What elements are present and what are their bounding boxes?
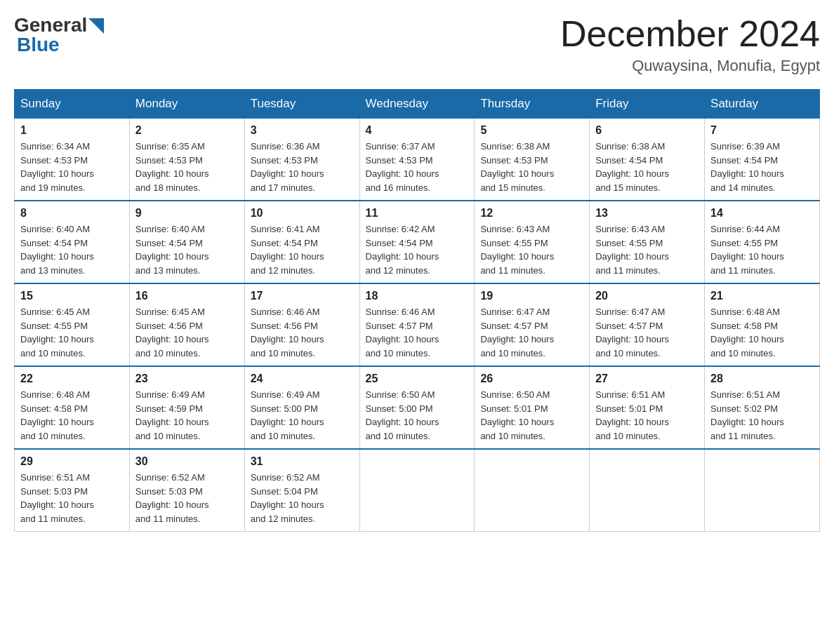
day-number: 18 bbox=[366, 290, 469, 302]
day-number: 10 bbox=[251, 207, 354, 220]
day-number: 24 bbox=[251, 373, 354, 385]
weekday-header-wednesday: Wednesday bbox=[359, 90, 475, 119]
day-number: 22 bbox=[20, 373, 124, 385]
day-info: Sunrise: 6:34 AMSunset: 4:53 PMDaylight:… bbox=[20, 140, 124, 194]
calendar-cell: 19Sunrise: 6:47 AMSunset: 4:57 PMDayligh… bbox=[475, 283, 590, 366]
day-info: Sunrise: 6:37 AMSunset: 4:53 PMDaylight:… bbox=[366, 140, 469, 194]
day-number: 11 bbox=[366, 207, 469, 220]
day-info: Sunrise: 6:49 AMSunset: 5:00 PMDaylight:… bbox=[251, 388, 354, 443]
day-info: Sunrise: 6:45 AMSunset: 4:56 PMDaylight:… bbox=[135, 305, 239, 360]
day-info: Sunrise: 6:52 AMSunset: 5:03 PMDaylight:… bbox=[135, 471, 239, 525]
day-info: Sunrise: 6:44 AMSunset: 4:55 PMDaylight:… bbox=[710, 222, 814, 277]
calendar-cell: 18Sunrise: 6:46 AMSunset: 4:57 PMDayligh… bbox=[359, 283, 475, 366]
day-number: 23 bbox=[135, 373, 239, 385]
calendar-cell: 15Sunrise: 6:45 AMSunset: 4:55 PMDayligh… bbox=[15, 283, 130, 366]
day-number: 25 bbox=[366, 373, 469, 385]
calendar-week-row: 22Sunrise: 6:48 AMSunset: 4:58 PMDayligh… bbox=[15, 366, 820, 449]
calendar-cell: 23Sunrise: 6:49 AMSunset: 4:59 PMDayligh… bbox=[129, 366, 244, 449]
calendar-cell: 4Sunrise: 6:37 AMSunset: 4:53 PMDaylight… bbox=[359, 119, 475, 201]
calendar-header: SundayMondayTuesdayWednesdayThursdayFrid… bbox=[15, 90, 820, 119]
weekday-header-tuesday: Tuesday bbox=[244, 90, 359, 119]
day-number: 12 bbox=[480, 207, 583, 220]
calendar-cell: 30Sunrise: 6:52 AMSunset: 5:03 PMDayligh… bbox=[129, 449, 244, 532]
day-number: 2 bbox=[135, 124, 239, 137]
day-info: Sunrise: 6:46 AMSunset: 4:56 PMDaylight:… bbox=[251, 305, 354, 360]
calendar-cell bbox=[590, 449, 705, 532]
day-number: 6 bbox=[595, 124, 699, 137]
calendar-cell: 5Sunrise: 6:38 AMSunset: 4:53 PMDaylight… bbox=[475, 119, 590, 201]
day-info: Sunrise: 6:48 AMSunset: 4:58 PMDaylight:… bbox=[710, 305, 814, 360]
weekday-header-saturday: Saturday bbox=[705, 90, 820, 119]
calendar-cell: 17Sunrise: 6:46 AMSunset: 4:56 PMDayligh… bbox=[244, 283, 359, 366]
day-info: Sunrise: 6:43 AMSunset: 4:55 PMDaylight:… bbox=[595, 222, 699, 277]
day-info: Sunrise: 6:35 AMSunset: 4:53 PMDaylight:… bbox=[135, 140, 239, 194]
weekday-header-thursday: Thursday bbox=[475, 90, 590, 119]
day-number: 28 bbox=[710, 373, 814, 385]
day-number: 29 bbox=[20, 455, 124, 468]
calendar-cell: 22Sunrise: 6:48 AMSunset: 4:58 PMDayligh… bbox=[15, 366, 130, 449]
logo-arrow-icon bbox=[88, 18, 104, 34]
day-info: Sunrise: 6:46 AMSunset: 4:57 PMDaylight:… bbox=[366, 305, 469, 360]
title-section: December 2024 Quwaysina, Monufia, Egypt bbox=[560, 14, 820, 75]
day-info: Sunrise: 6:47 AMSunset: 4:57 PMDaylight:… bbox=[595, 305, 699, 360]
calendar-cell bbox=[359, 449, 475, 532]
calendar-cell: 1Sunrise: 6:34 AMSunset: 4:53 PMDaylight… bbox=[15, 119, 130, 201]
location-subtitle: Quwaysina, Monufia, Egypt bbox=[560, 57, 820, 75]
day-info: Sunrise: 6:39 AMSunset: 4:54 PMDaylight:… bbox=[710, 140, 814, 194]
calendar-week-row: 15Sunrise: 6:45 AMSunset: 4:55 PMDayligh… bbox=[15, 283, 820, 366]
day-number: 3 bbox=[251, 124, 354, 137]
day-info: Sunrise: 6:38 AMSunset: 4:54 PMDaylight:… bbox=[595, 140, 699, 194]
day-info: Sunrise: 6:50 AMSunset: 5:01 PMDaylight:… bbox=[480, 388, 583, 443]
day-info: Sunrise: 6:40 AMSunset: 4:54 PMDaylight:… bbox=[20, 222, 124, 277]
calendar-cell: 12Sunrise: 6:43 AMSunset: 4:55 PMDayligh… bbox=[475, 201, 590, 283]
day-number: 5 bbox=[480, 124, 583, 137]
calendar-cell: 3Sunrise: 6:36 AMSunset: 4:53 PMDaylight… bbox=[244, 119, 359, 201]
day-number: 15 bbox=[20, 290, 124, 302]
calendar-cell: 2Sunrise: 6:35 AMSunset: 4:53 PMDaylight… bbox=[129, 119, 244, 201]
day-info: Sunrise: 6:36 AMSunset: 4:53 PMDaylight:… bbox=[251, 140, 354, 194]
day-info: Sunrise: 6:51 AMSunset: 5:01 PMDaylight:… bbox=[595, 388, 699, 443]
calendar-cell: 6Sunrise: 6:38 AMSunset: 4:54 PMDaylight… bbox=[590, 119, 705, 201]
page-header: General Blue December 2024 Quwaysina, Mo… bbox=[14, 14, 820, 75]
calendar-cell: 21Sunrise: 6:48 AMSunset: 4:58 PMDayligh… bbox=[705, 283, 820, 366]
day-info: Sunrise: 6:50 AMSunset: 5:00 PMDaylight:… bbox=[366, 388, 469, 443]
day-info: Sunrise: 6:51 AMSunset: 5:02 PMDaylight:… bbox=[710, 388, 814, 443]
logo-blue-text: Blue bbox=[17, 34, 60, 56]
day-number: 7 bbox=[710, 124, 814, 137]
calendar-cell: 25Sunrise: 6:50 AMSunset: 5:00 PMDayligh… bbox=[359, 366, 475, 449]
calendar-table: SundayMondayTuesdayWednesdayThursdayFrid… bbox=[14, 89, 820, 532]
calendar-cell: 29Sunrise: 6:51 AMSunset: 5:03 PMDayligh… bbox=[15, 449, 130, 532]
day-number: 16 bbox=[135, 290, 239, 302]
day-number: 13 bbox=[595, 207, 699, 220]
calendar-cell: 26Sunrise: 6:50 AMSunset: 5:01 PMDayligh… bbox=[475, 366, 590, 449]
calendar-week-row: 8Sunrise: 6:40 AMSunset: 4:54 PMDaylight… bbox=[15, 201, 820, 283]
day-info: Sunrise: 6:48 AMSunset: 4:58 PMDaylight:… bbox=[20, 388, 124, 443]
calendar-cell: 11Sunrise: 6:42 AMSunset: 4:54 PMDayligh… bbox=[359, 201, 475, 283]
day-number: 20 bbox=[595, 290, 699, 302]
day-info: Sunrise: 6:42 AMSunset: 4:54 PMDaylight:… bbox=[366, 222, 469, 277]
day-number: 4 bbox=[366, 124, 469, 137]
weekday-header-monday: Monday bbox=[129, 90, 244, 119]
calendar-cell: 13Sunrise: 6:43 AMSunset: 4:55 PMDayligh… bbox=[590, 201, 705, 283]
day-number: 27 bbox=[595, 373, 699, 385]
calendar-cell: 28Sunrise: 6:51 AMSunset: 5:02 PMDayligh… bbox=[705, 366, 820, 449]
calendar-week-row: 29Sunrise: 6:51 AMSunset: 5:03 PMDayligh… bbox=[15, 449, 820, 532]
calendar-cell: 20Sunrise: 6:47 AMSunset: 4:57 PMDayligh… bbox=[590, 283, 705, 366]
day-number: 1 bbox=[20, 124, 124, 137]
day-number: 31 bbox=[251, 455, 354, 468]
calendar-cell: 10Sunrise: 6:41 AMSunset: 4:54 PMDayligh… bbox=[244, 201, 359, 283]
calendar-week-row: 1Sunrise: 6:34 AMSunset: 4:53 PMDaylight… bbox=[15, 119, 820, 201]
day-number: 19 bbox=[480, 290, 583, 302]
month-title: December 2024 bbox=[560, 14, 820, 54]
day-number: 8 bbox=[20, 207, 124, 220]
calendar-cell bbox=[475, 449, 590, 532]
calendar-cell: 9Sunrise: 6:40 AMSunset: 4:54 PMDaylight… bbox=[129, 201, 244, 283]
day-info: Sunrise: 6:41 AMSunset: 4:54 PMDaylight:… bbox=[251, 222, 354, 277]
day-number: 14 bbox=[710, 207, 814, 220]
day-info: Sunrise: 6:45 AMSunset: 4:55 PMDaylight:… bbox=[20, 305, 124, 360]
calendar-cell: 7Sunrise: 6:39 AMSunset: 4:54 PMDaylight… bbox=[705, 119, 820, 201]
calendar-cell: 8Sunrise: 6:40 AMSunset: 4:54 PMDaylight… bbox=[15, 201, 130, 283]
calendar-cell bbox=[705, 449, 820, 532]
logo: General Blue bbox=[14, 14, 104, 56]
day-info: Sunrise: 6:51 AMSunset: 5:03 PMDaylight:… bbox=[20, 471, 124, 525]
